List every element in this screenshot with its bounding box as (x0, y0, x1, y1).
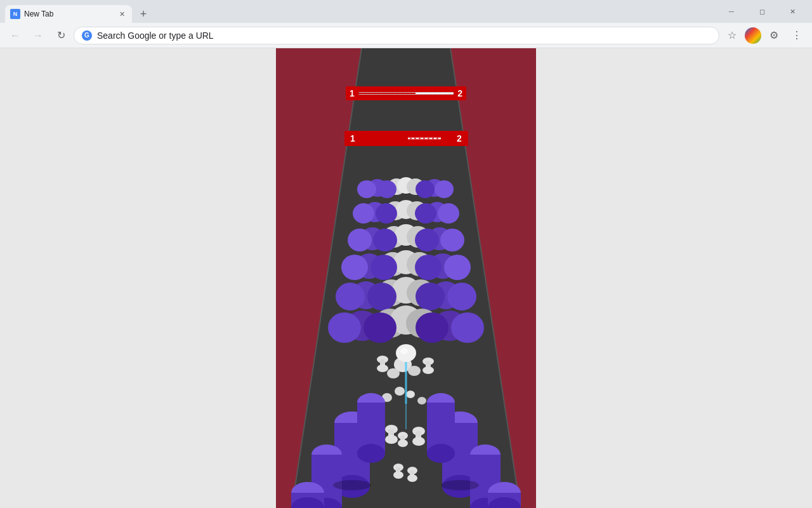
address-text: Search Google or type a URL (97, 30, 711, 41)
svg-point-47 (415, 255, 442, 280)
svg-point-56 (416, 283, 445, 311)
svg-point-43 (341, 255, 368, 280)
tab-close-button[interactable]: ✕ (117, 9, 127, 19)
close-button[interactable]: ✕ (778, 1, 807, 22)
bookmark-button[interactable]: ☆ (722, 25, 742, 46)
minimize-button[interactable]: ─ (717, 1, 746, 22)
svg-point-90 (393, 471, 403, 479)
menu-button[interactable]: ⋮ (787, 25, 807, 46)
bookmark-icon: ☆ (728, 29, 737, 41)
address-bar[interactable]: G Search Google or type a URL (74, 27, 719, 44)
svg-point-64 (451, 312, 484, 343)
active-tab[interactable]: N New Tab ✕ (5, 5, 132, 23)
svg-point-52 (336, 283, 365, 311)
toolbar-right: ☆ ⚙ ⋮ (722, 25, 807, 46)
game-canvas: 1 2 (276, 48, 536, 508)
progress-label-1: 1 (346, 86, 358, 100)
progress-bar: 1 2 (346, 86, 466, 100)
progress-fill (358, 93, 416, 94)
svg-point-55 (447, 283, 476, 311)
menu-icon: ⋮ (792, 29, 802, 41)
back-button[interactable]: ← (5, 25, 25, 46)
forward-button[interactable]: → (28, 25, 48, 46)
svg-point-95 (400, 348, 408, 354)
maximize-button[interactable]: ◻ (747, 1, 776, 22)
svg-point-84 (412, 437, 425, 446)
svg-point-16 (357, 180, 376, 198)
toolbar: ← → ↻ G Search Google or type a URL ☆ ⚙ … (0, 23, 812, 48)
reload-icon: ↻ (57, 29, 65, 41)
svg-point-44 (370, 255, 397, 280)
content-area: 1 2 (0, 48, 812, 508)
svg-point-37 (440, 229, 464, 251)
svg-rect-7 (358, 137, 408, 140)
svg-point-93 (407, 474, 417, 482)
tab-title: New Tab (24, 10, 113, 18)
svg-point-67 (387, 368, 400, 378)
svg-text:1: 1 (350, 133, 355, 144)
svg-point-46 (444, 255, 471, 280)
reload-button[interactable]: ↻ (51, 25, 71, 46)
svg-point-106 (357, 444, 385, 463)
extensions-button[interactable]: ⚙ (764, 25, 784, 46)
new-tab-button[interactable]: + (134, 5, 152, 23)
progress-track (358, 92, 454, 95)
tab-strip: N New Tab ✕ + (5, 0, 712, 23)
svg-point-68 (408, 366, 421, 376)
svg-point-123 (441, 480, 479, 490)
svg-point-38 (415, 229, 439, 251)
svg-point-25 (353, 203, 374, 224)
extensions-icon: ⚙ (769, 29, 778, 41)
svg-point-75 (377, 364, 388, 372)
svg-point-115 (427, 444, 455, 463)
back-icon: ← (10, 30, 20, 41)
svg-point-34 (348, 229, 372, 251)
svg-point-20 (416, 180, 435, 198)
svg-point-28 (438, 203, 459, 224)
svg-point-35 (373, 229, 397, 251)
svg-point-61 (328, 312, 361, 343)
svg-point-87 (398, 439, 408, 447)
game-container[interactable]: 1 2 (276, 48, 536, 508)
svg-point-62 (363, 312, 396, 343)
svg-point-65 (416, 312, 449, 343)
svg-point-122 (333, 480, 371, 490)
svg-text:2: 2 (457, 133, 462, 144)
svg-point-26 (376, 203, 397, 224)
titlebar: N New Tab ✕ + ─ ◻ ✕ (0, 0, 812, 23)
svg-point-29 (415, 203, 436, 224)
svg-point-78 (422, 366, 434, 374)
progress-label-2: 2 (454, 86, 466, 100)
svg-point-53 (367, 283, 396, 311)
window-controls: ─ ◻ ✕ (717, 1, 807, 22)
profile-avatar[interactable] (745, 27, 761, 44)
svg-point-81 (385, 435, 398, 444)
svg-point-70 (406, 391, 415, 398)
forward-icon: → (33, 30, 43, 41)
svg-point-17 (377, 180, 396, 198)
svg-point-72 (417, 397, 426, 404)
svg-point-19 (435, 180, 454, 198)
svg-point-69 (395, 387, 405, 396)
google-logo: G (82, 30, 92, 41)
tab-favicon: N (10, 9, 20, 19)
game-scene: 1 2 (276, 48, 536, 508)
